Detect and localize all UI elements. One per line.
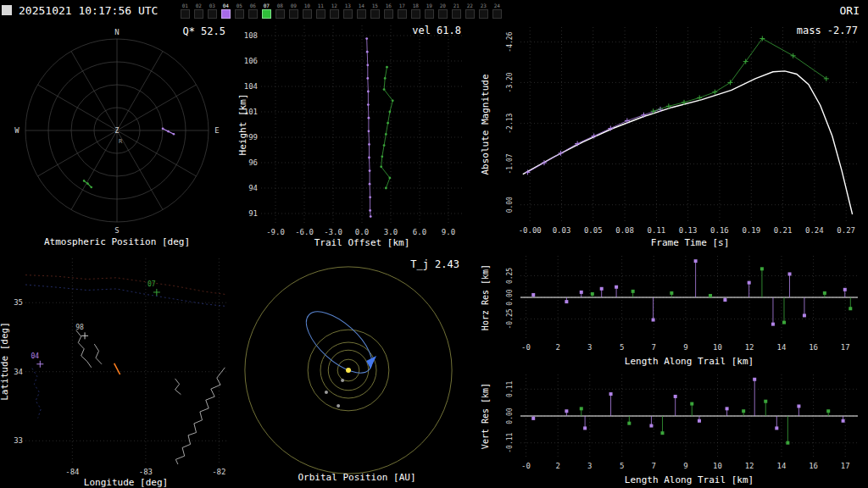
svg-text:E: E <box>214 126 219 135</box>
svg-text:04: 04 <box>31 352 39 360</box>
svg-text:12: 12 <box>745 462 754 470</box>
station-indicator-23[interactable]: 23 <box>476 3 490 19</box>
svg-text:14: 14 <box>777 462 787 470</box>
svg-text:0.03: 0.03 <box>553 226 571 235</box>
station-indicator-box <box>370 9 380 19</box>
svg-text:0.11: 0.11 <box>648 226 666 235</box>
station-indicator-box <box>411 9 420 19</box>
svg-text:14: 14 <box>777 343 787 352</box>
svg-text:17: 17 <box>841 462 850 470</box>
station-indicator-label: 05 <box>236 3 242 8</box>
svg-text:17: 17 <box>841 343 850 352</box>
station-indicator-label: 24 <box>494 3 500 8</box>
station-indicator-box <box>262 9 271 19</box>
svg-text:9: 9 <box>683 462 687 470</box>
station-indicator-label: 19 <box>426 3 432 8</box>
station-indicator-05[interactable]: 05 <box>232 3 246 19</box>
station-indicator-box <box>398 9 407 19</box>
svg-text:07: 07 <box>147 280 156 288</box>
horizontal-residuals-panel: -02357910121416170.250.00-0.25Length Alo… <box>476 251 868 369</box>
station-indicator-box <box>425 9 434 19</box>
svg-text:Latitude [deg]: Latitude [deg] <box>0 322 10 401</box>
station-indicator-08[interactable]: 08 <box>273 3 287 19</box>
svg-text:0.21: 0.21 <box>774 226 793 235</box>
station-indicator-17[interactable]: 17 <box>395 3 409 19</box>
svg-text:0.00: 0.00 <box>506 197 514 213</box>
svg-text:-3.20: -3.20 <box>506 72 514 92</box>
station-indicator-07[interactable]: 07 <box>259 3 273 19</box>
svg-text:16: 16 <box>809 462 818 470</box>
station-indicator-label: 04 <box>223 3 229 8</box>
station-indicator-18[interactable]: 18 <box>409 3 422 19</box>
svg-text:Longitude [deg]: Longitude [deg] <box>84 477 168 488</box>
station-indicator-14[interactable]: 14 <box>354 3 368 19</box>
svg-text:7: 7 <box>652 462 656 470</box>
station-indicator-box <box>181 9 190 19</box>
magnitude-vs-time-plot: -0.000.030.050.080.110.130.160.190.210.2… <box>476 20 868 251</box>
station-indicator-12[interactable]: 12 <box>327 3 341 19</box>
horizontal-residuals-plot: -02357910121416170.250.00-0.25Length Alo… <box>476 251 868 369</box>
station-indicator-20[interactable]: 20 <box>436 3 449 19</box>
status-bar: 20251021 10:17:56 UTC 010203040506070809… <box>0 0 868 20</box>
station-indicator-24[interactable]: 24 <box>490 3 504 19</box>
svg-text:N: N <box>114 28 119 36</box>
station-indicator-box <box>465 9 475 19</box>
station-indicator-10[interactable]: 10 <box>300 3 314 19</box>
station-indicator-03[interactable]: 03 <box>205 3 219 19</box>
svg-text:mass -2.77: mass -2.77 <box>797 25 858 36</box>
svg-text:Q* 52.5: Q* 52.5 <box>182 25 225 37</box>
station-indicator-label: 17 <box>399 3 405 8</box>
svg-text:99: 99 <box>248 133 258 141</box>
svg-text:-1.07: -1.07 <box>506 153 514 174</box>
station-indicator-box <box>303 9 312 19</box>
station-indicator-label: 11 <box>318 3 324 8</box>
svg-text:108: 108 <box>244 31 258 40</box>
station-indicator-02[interactable]: 02 <box>192 3 205 19</box>
svg-text:12: 12 <box>745 343 754 352</box>
station-indicator-label: 02 <box>196 3 202 8</box>
svg-text:Trail Offset [km]: Trail Offset [km] <box>314 237 410 248</box>
svg-text:Frame Time [s]: Frame Time [s] <box>651 237 730 248</box>
station-indicator-21[interactable]: 21 <box>449 3 463 19</box>
station-indicator-04[interactable]: 04 <box>219 3 232 19</box>
svg-text:3.0: 3.0 <box>384 228 398 236</box>
station-indicator-label: 20 <box>440 3 446 8</box>
svg-text:34: 34 <box>14 368 23 376</box>
svg-text:Length Along Trail [km]: Length Along Trail [km] <box>625 356 754 367</box>
station-indicator-19[interactable]: 19 <box>422 3 436 19</box>
station-indicator-16[interactable]: 16 <box>381 3 395 19</box>
station-indicator-09[interactable]: 09 <box>287 3 300 19</box>
svg-text:9.0: 9.0 <box>442 228 455 236</box>
svg-text:0.00: 0.00 <box>506 408 514 424</box>
shower-code: ORI <box>840 4 860 17</box>
timestamp: 20251021 10:17:56 UTC <box>19 4 158 17</box>
station-indicator-01[interactable]: 01 <box>178 3 192 19</box>
svg-text:0.0: 0.0 <box>355 228 369 236</box>
station-indicator-box <box>330 9 339 19</box>
light-curve-panel: -0.000.030.050.080.110.130.160.190.210.2… <box>476 20 868 251</box>
svg-text:104: 104 <box>244 82 258 91</box>
svg-text:-84: -84 <box>65 468 79 476</box>
station-indicator-box <box>235 9 244 19</box>
station-indicator-06[interactable]: 06 <box>246 3 259 19</box>
station-indicator-box <box>221 9 231 19</box>
svg-text:5: 5 <box>620 462 624 470</box>
station-indicator-22[interactable]: 22 <box>463 3 476 19</box>
orbital-position-plot: T_j 2.43Orbital Position [AU] <box>237 251 476 488</box>
station-indicator-15[interactable]: 15 <box>368 3 381 19</box>
station-indicator-label: 06 <box>250 3 256 8</box>
svg-text:-82: -82 <box>212 468 225 476</box>
station-indicator-box <box>384 9 393 19</box>
svg-text:0.11: 0.11 <box>506 380 514 396</box>
svg-text:3: 3 <box>587 462 592 470</box>
svg-text:Vert Res [km]: Vert Res [km] <box>481 383 490 449</box>
station-indicator-label: 23 <box>481 3 487 8</box>
svg-text:2: 2 <box>555 343 559 352</box>
svg-text:10: 10 <box>713 343 722 352</box>
station-indicator-13[interactable]: 13 <box>341 3 354 19</box>
station-indicator-label: 07 <box>264 3 270 8</box>
station-indicator-box <box>275 9 285 19</box>
station-indicator-11[interactable]: 11 <box>314 3 327 19</box>
svg-text:0.13: 0.13 <box>679 226 698 235</box>
svg-text:-9.0: -9.0 <box>266 228 285 236</box>
